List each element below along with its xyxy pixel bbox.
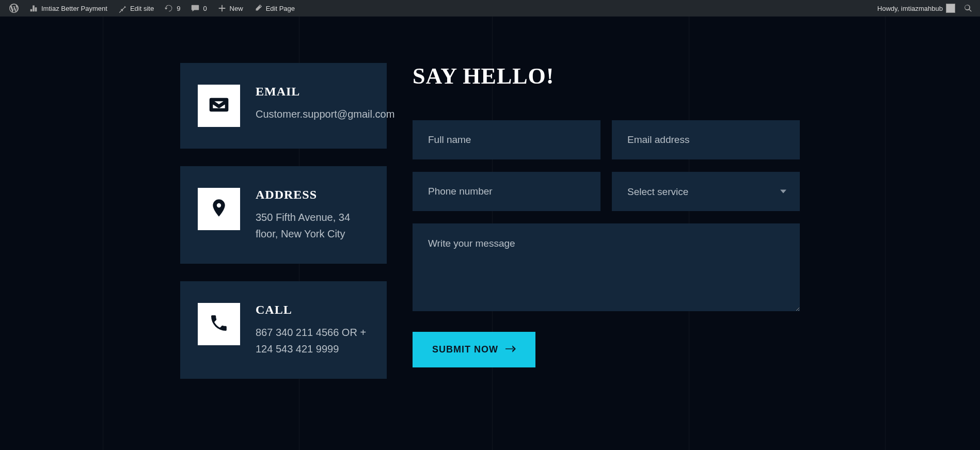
site-name-label: Imtiaz Better Payment — [41, 5, 107, 12]
plus-icon — [217, 4, 227, 13]
contact-card-title: ADDRESS — [256, 188, 369, 202]
new-content-link[interactable]: New — [212, 0, 248, 17]
edit-page-label: Edit Page — [266, 5, 295, 12]
wp-admin-bar: Imtiaz Better Payment Edit site 9 0 New — [0, 0, 980, 17]
contact-card-value: Customer.support@gmail.com — [256, 106, 394, 122]
comments-link[interactable]: 0 — [185, 0, 212, 17]
fullname-input[interactable] — [413, 120, 600, 159]
service-select[interactable]: Select service — [612, 172, 800, 211]
contact-card-call: CALL 867 340 211 4566 OR + 124 543 421 9… — [180, 281, 387, 379]
page-content: EMAIL Customer.support@gmail.com ADDRESS… — [170, 17, 810, 399]
contact-card-title: CALL — [256, 303, 369, 317]
updates-icon — [164, 4, 173, 13]
edit-site-link[interactable]: Edit site — [113, 0, 159, 17]
comments-icon — [191, 4, 200, 13]
comments-count: 0 — [203, 5, 207, 12]
service-select-wrap: Select service — [612, 172, 800, 211]
message-textarea[interactable] — [413, 223, 800, 311]
contact-form-column: SAY HELLO! Select service SUBMIT NOW — [413, 63, 800, 379]
search-icon — [963, 4, 973, 13]
email-input[interactable] — [612, 120, 800, 159]
form-grid: Select service — [413, 120, 800, 311]
avatar — [946, 4, 955, 13]
contact-card-address: ADDRESS 350 Fifth Avenue, 34 floor, New … — [180, 166, 387, 264]
contact-info-column: EMAIL Customer.support@gmail.com ADDRESS… — [180, 63, 387, 379]
submit-button[interactable]: SUBMIT NOW — [413, 332, 535, 367]
map-pin-icon — [209, 198, 229, 220]
edit-page-link[interactable]: Edit Page — [248, 0, 300, 17]
updates-link[interactable]: 9 — [159, 0, 185, 17]
dashboard-icon — [29, 4, 38, 13]
updates-count: 9 — [177, 5, 180, 12]
new-label: New — [230, 5, 243, 12]
pencil-icon — [254, 4, 263, 13]
contact-card-title: EMAIL — [256, 85, 394, 99]
wordpress-icon — [9, 4, 19, 13]
email-icon-box — [198, 85, 240, 127]
submit-button-label: SUBMIT NOW — [432, 344, 498, 355]
site-name-link[interactable]: Imtiaz Better Payment — [24, 0, 113, 17]
call-icon-box — [198, 303, 240, 345]
contact-card-value: 867 340 211 4566 OR + 124 543 421 9999 — [256, 324, 369, 357]
address-icon-box — [198, 188, 240, 230]
form-heading: SAY HELLO! — [413, 63, 800, 89]
phone-icon — [209, 313, 229, 335]
arrow-right-icon — [505, 344, 516, 355]
envelope-icon — [209, 94, 229, 117]
my-account-link[interactable]: Howdy, imtiazmahbub — [872, 0, 960, 17]
edit-site-label: Edit site — [130, 5, 154, 12]
phone-input[interactable] — [413, 172, 600, 211]
contact-card-value: 350 Fifth Avenue, 34 floor, New York Cit… — [256, 209, 369, 242]
search-toggle[interactable] — [960, 0, 976, 17]
howdy-label: Howdy, imtiazmahbub — [877, 5, 943, 12]
pin-icon — [118, 4, 127, 13]
contact-card-email: EMAIL Customer.support@gmail.com — [180, 63, 387, 149]
wp-logo[interactable] — [4, 0, 24, 17]
